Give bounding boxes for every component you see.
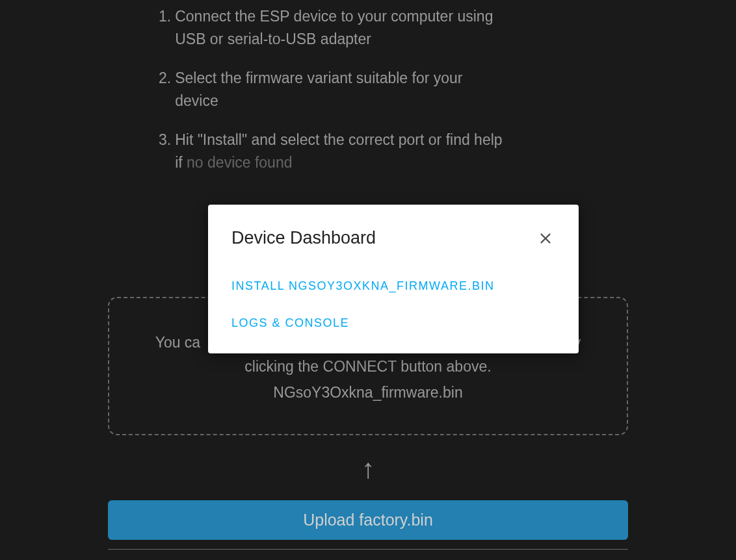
instruction-text: Hit "Install" and select the correct por… bbox=[175, 129, 506, 173]
instruction-text: Connect the ESP device to your computer … bbox=[175, 5, 506, 50]
upload-factory-button[interactable]: Upload factory.bin bbox=[108, 500, 628, 540]
modal-close-button[interactable] bbox=[536, 229, 555, 248]
instruction-text: Select the firmware variant suitable for… bbox=[175, 67, 506, 112]
instruction-number: 3. bbox=[159, 129, 171, 151]
install-firmware-link[interactable]: INSTALL NGSOY3OXKNA_FIRMWARE.BIN bbox=[231, 279, 555, 293]
modal-title: Device Dashboard bbox=[231, 228, 376, 248]
instruction-item-3: 3. Hit "Install" and select the correct … bbox=[159, 129, 671, 173]
instruction-item-2: 2. Select the firmware variant suitable … bbox=[159, 67, 671, 112]
instruction-number: 2. bbox=[159, 67, 171, 90]
divider bbox=[108, 549, 628, 550]
close-icon bbox=[538, 231, 553, 246]
modal-header: Device Dashboard bbox=[231, 228, 555, 248]
logs-console-link[interactable]: LOGS & CONSOLE bbox=[231, 316, 555, 330]
no-device-found-link[interactable]: no device found bbox=[187, 154, 292, 171]
arrow-up-icon: ↑ bbox=[0, 453, 736, 485]
instructions-list: 1. Connect the ESP device to your comput… bbox=[159, 5, 671, 173]
flash-hint-left-fragment: You ca bbox=[155, 334, 201, 351]
device-dashboard-modal: Device Dashboard INSTALL NGSOY3OXKNA_FIR… bbox=[208, 205, 579, 353]
flash-filename: NGsoY3Oxkna_firmware.bin bbox=[129, 384, 607, 401]
instruction-item-1: 1. Connect the ESP device to your comput… bbox=[159, 5, 671, 50]
flash-hint-line-2: clicking the CONNECT button above. bbox=[129, 355, 607, 379]
instruction-number: 1. bbox=[159, 5, 171, 28]
